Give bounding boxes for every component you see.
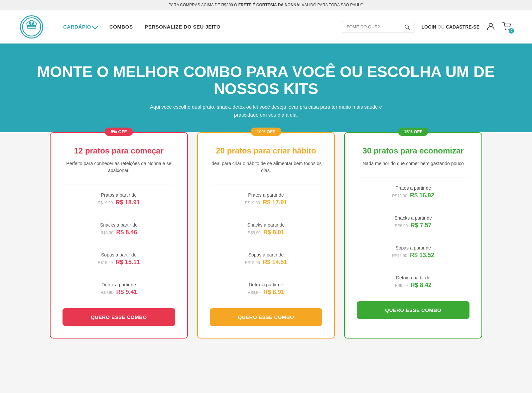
divider — [357, 237, 469, 237]
price-old: R$9,90 — [248, 290, 261, 295]
divider — [63, 184, 175, 184]
header-right: LOGIN OU CADASTRE-SE 0 — [342, 21, 512, 33]
user-icon-wrap[interactable] — [486, 22, 495, 32]
announcement-highlight: FRETE É CORTESIA DA NONNA! — [238, 3, 301, 7]
cart-icon-wrap[interactable]: 0 — [502, 22, 512, 32]
search-icon — [404, 24, 410, 30]
price-row-0: Pratos a partir de R$19,90 R$ 17.91 — [210, 188, 323, 211]
price-old: R$15,90 — [98, 260, 113, 265]
svg-point-10 — [505, 29, 506, 30]
logo-icon — [22, 17, 42, 37]
price-row-3: Detox a partir de R$9,90 R$ 9.41 — [63, 277, 175, 300]
price-old: R$19,90 — [98, 201, 113, 205]
announcement-text-before: PARA COMPRAS ACIMA DE R$300 O — [169, 3, 238, 7]
price-label: Sopas a partir de — [63, 252, 175, 257]
price-old: R$15,90 — [245, 260, 260, 265]
divider — [357, 207, 469, 207]
hero-subtitle: Aqui você escolhe qual prato, snack, det… — [143, 103, 389, 119]
card-desc: Perfeito para conhecer as refeições da N… — [63, 160, 175, 174]
price-new: R$ 15.11 — [116, 259, 140, 265]
price-new: R$ 7.57 — [411, 222, 432, 229]
combo-card-1: 5% OFF 12 pratos para começar Perfeito p… — [50, 132, 188, 339]
price-new: R$ 8.46 — [116, 229, 137, 236]
cta-button-1[interactable]: QUERO ESSE COMBO — [63, 308, 175, 326]
divider — [210, 274, 323, 274]
divider — [357, 267, 469, 267]
discount-badge: 15% OFF — [398, 128, 429, 136]
divider — [357, 177, 469, 177]
price-old: R$8,90 — [395, 224, 408, 228]
cards-grid: 5% OFF 12 pratos para começar Perfeito p… — [50, 132, 482, 339]
user-icon — [486, 22, 495, 31]
price-row-2: Sopas a partir de R$15,90 R$ 14.51 — [210, 247, 323, 270]
discount-badge: 5% OFF — [105, 128, 133, 136]
price-label: Snacks a partir de — [210, 222, 323, 228]
divider — [210, 184, 323, 184]
price-row-1: Snacks a partir de R$8,90 R$ 8.46 — [63, 218, 175, 241]
price-row-0: Pratos a partir de R$19,90 R$ 18.91 — [63, 188, 175, 211]
cta-button-2[interactable]: QUERO ESSE COMBO — [210, 308, 323, 326]
divider — [210, 214, 323, 214]
search-box[interactable] — [342, 21, 415, 33]
price-label: Sopas a partir de — [210, 252, 323, 257]
price-row-2: Sopas a partir de R$15,90 R$ 15.11 — [63, 247, 175, 270]
login-link[interactable]: LOGIN — [422, 24, 436, 30]
price-new: R$ 8.91 — [263, 289, 284, 295]
divider — [210, 244, 323, 244]
price-row-2: Sopas a partir de R$15,90 R$ 13.52 — [357, 241, 469, 263]
price-old: R$8,90 — [100, 231, 113, 235]
card-desc: Nada melhor do que comer bem gastando po… — [363, 160, 464, 167]
card-title: 20 pratos para criar hábito — [216, 146, 316, 155]
price-label: Detox a partir de — [357, 275, 469, 280]
nav-combos[interactable]: COMBOS — [109, 24, 133, 30]
divider — [63, 274, 175, 274]
main-nav: CARDÁPIO COMBOS PERSONALIZE DO SEU JEITO — [63, 24, 342, 30]
cart-badge: 0 — [509, 28, 514, 34]
price-row-1: Snacks a partir de R$8,90 R$ 7.57 — [357, 211, 469, 234]
price-new: R$ 17.91 — [263, 199, 287, 206]
price-new: R$ 14.51 — [263, 259, 287, 265]
price-label: Detox a partir de — [210, 282, 323, 287]
chevron-down-icon — [92, 23, 98, 30]
divider — [63, 214, 175, 214]
header: CARDÁPIO COMBOS PERSONALIZE DO SEU JEITO… — [0, 10, 532, 44]
price-label: Detox a partir de — [63, 282, 175, 287]
price-row-3: Detox a partir de R$9,90 R$ 8.91 — [210, 277, 323, 300]
nav-cardapio[interactable]: CARDÁPIO — [63, 24, 97, 30]
price-label: Sopas a partir de — [357, 245, 469, 250]
price-old: R$15,90 — [392, 253, 407, 258]
price-old: R$9,90 — [395, 283, 408, 288]
price-row-1: Snacks a partir de R$8,90 R$ 8.01 — [210, 218, 323, 241]
price-label: Snacks a partir de — [63, 222, 175, 228]
announcement-bar: PARA COMPRAS ACIMA DE R$300 O FRETE É CO… — [0, 0, 532, 10]
cadastre-link[interactable]: CADASTRE-SE — [446, 24, 479, 30]
search-input[interactable] — [347, 24, 404, 29]
divider — [63, 244, 175, 244]
price-label: Pratos a partir de — [357, 185, 469, 191]
card-title: 30 pratos para economizar — [363, 146, 464, 155]
price-row-3: Detox a partir de R$9,90 R$ 8.42 — [357, 270, 469, 293]
price-new: R$ 16.92 — [410, 192, 434, 199]
svg-line-8 — [408, 28, 409, 29]
combo-card-3: 15% OFF 30 pratos para economizar Nada m… — [344, 132, 482, 339]
price-old: R$8,90 — [248, 231, 261, 235]
price-new: R$ 8.42 — [411, 282, 432, 288]
price-new: R$ 13.52 — [410, 252, 434, 258]
price-label: Pratos a partir de — [210, 192, 323, 198]
price-new: R$ 9.41 — [116, 289, 137, 295]
discount-badge: 10% OFF — [251, 128, 281, 136]
cta-button-3[interactable]: QUERO ESSE COMBO — [357, 301, 469, 319]
or-text: OU — [438, 24, 445, 30]
price-old: R$19,90 — [245, 201, 260, 205]
logo[interactable] — [20, 15, 43, 39]
announcement-text-after: VÁLIDO PARA TODA SÃO PAULO — [301, 3, 363, 7]
price-new: R$ 8.01 — [263, 229, 284, 236]
price-row-0: Pratos a partir de R$19,90 R$ 16.92 — [357, 181, 469, 204]
auth-links[interactable]: LOGIN OU CADASTRE-SE — [422, 24, 479, 30]
card-title: 12 pratos para começar — [74, 146, 164, 155]
price-old: R$9,90 — [100, 290, 113, 295]
price-label: Snacks a partir de — [357, 215, 469, 221]
card-desc: Ideal para criar o hábito de se alimenta… — [210, 160, 323, 174]
nav-personalize[interactable]: PERSONALIZE DO SEU JEITO — [145, 24, 221, 30]
price-new: R$ 18.91 — [116, 199, 140, 206]
